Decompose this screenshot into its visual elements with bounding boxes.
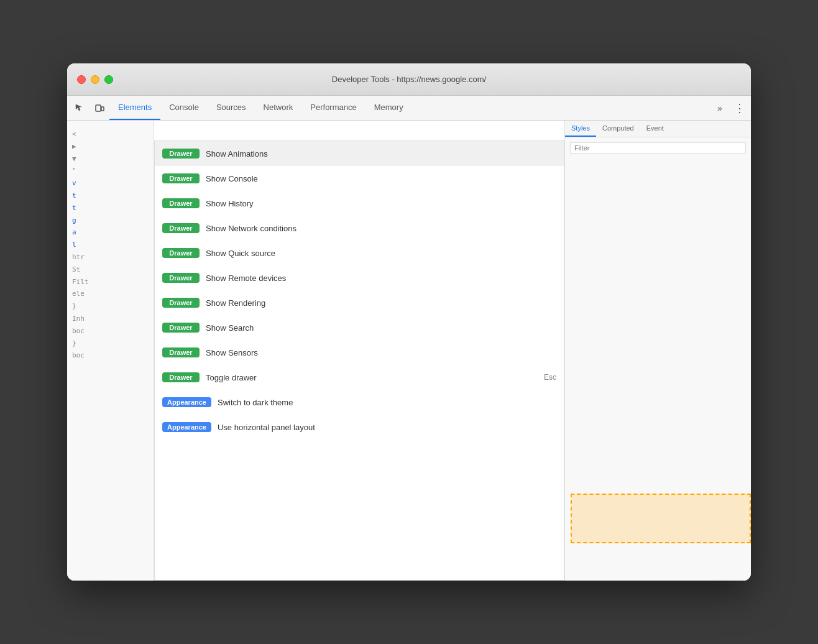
tab-list: Elements Console Sources Network Perform… (109, 96, 711, 120)
tab-styles[interactable]: Styles (565, 121, 596, 137)
element-line: a (72, 226, 149, 239)
tab-event-listeners[interactable]: Event (640, 121, 670, 137)
traffic-lights (77, 75, 113, 84)
command-item-shortcut: Esc (544, 373, 556, 382)
close-button[interactable] (77, 75, 86, 84)
command-badge-drawer: Drawer (162, 273, 200, 283)
element-preview (571, 494, 751, 543)
styles-content (565, 137, 751, 581)
element-line: < (72, 128, 149, 140)
command-list: DrawerShow AnimationsDrawerShow ConsoleD… (154, 141, 564, 581)
command-item[interactable]: DrawerShow Network conditions (155, 216, 564, 241)
command-badge-drawer: Drawer (162, 248, 200, 258)
command-item-label: Show History (206, 199, 556, 208)
inspect-element-button[interactable] (70, 98, 90, 118)
styles-filter-input[interactable] (570, 142, 746, 154)
command-palette: DrawerShow AnimationsDrawerShow ConsoleD… (154, 121, 564, 581)
styles-panel: Styles Computed Event (564, 121, 751, 581)
command-badge-drawer: Drawer (162, 173, 200, 183)
command-item[interactable]: AppearanceSwitch to dark theme (155, 390, 564, 415)
command-item-label: Switch to dark theme (218, 398, 556, 407)
command-badge-drawer: Drawer (162, 298, 200, 308)
command-item-label: Show Search (206, 323, 556, 333)
command-item[interactable]: DrawerShow Remote devices (155, 265, 564, 290)
element-line: ▶ (72, 140, 149, 153)
command-item[interactable]: AppearanceUse horizontal panel layout (155, 415, 564, 439)
command-badge-drawer: Drawer (162, 149, 200, 159)
command-item-label: Show Rendering (206, 298, 556, 308)
element-line: ▼ (72, 153, 149, 165)
tab-computed[interactable]: Computed (596, 121, 640, 137)
tab-performance[interactable]: Performance (301, 96, 365, 120)
command-item-label: Show Sensors (206, 348, 556, 357)
element-line: } (72, 338, 149, 350)
main-content-area: DrawerShow AnimationsDrawerShow ConsoleD… (154, 121, 564, 581)
command-item[interactable]: DrawerShow History (155, 191, 564, 216)
command-item[interactable]: DrawerShow Sensors (155, 340, 564, 365)
element-line: " (72, 165, 149, 177)
command-badge-appearance: Appearance (162, 422, 211, 432)
command-badge-appearance: Appearance (162, 397, 211, 407)
devtools-body: < ▶ ▼ " v t t g a l htr St Filt ele } In… (67, 121, 751, 581)
command-input-area (154, 121, 564, 141)
command-badge-drawer: Drawer (162, 372, 200, 382)
svg-rect-1 (101, 107, 104, 111)
minimize-button[interactable] (91, 75, 99, 84)
command-badge-drawer: Drawer (162, 223, 200, 233)
tab-elements[interactable]: Elements (109, 96, 160, 120)
element-line: boc (72, 325, 149, 338)
tab-console[interactable]: Console (160, 96, 208, 120)
element-line: } (72, 300, 149, 313)
element-line: v (72, 177, 149, 190)
command-item[interactable]: DrawerShow Quick source (155, 241, 564, 265)
command-item-label: Show Animations (206, 149, 556, 159)
element-line: htr (72, 251, 149, 264)
element-line: Inh (72, 313, 149, 325)
element-line: Filt (72, 276, 149, 288)
command-item-label: Toggle drawer (206, 373, 544, 382)
command-item-label: Show Console (206, 174, 556, 183)
more-tabs-button[interactable]: » (711, 99, 728, 117)
devtools-toolbar: Elements Console Sources Network Perform… (67, 96, 751, 121)
device-toolbar-button[interactable] (90, 98, 109, 118)
elements-panel: < ▶ ▼ " v t t g a l htr St Filt ele } In… (67, 121, 154, 581)
elements-tree: < ▶ ▼ " v t t g a l htr St Filt ele } In… (67, 126, 154, 364)
styles-tabs: Styles Computed Event (565, 121, 751, 137)
command-item[interactable]: DrawerToggle drawerEsc (155, 365, 564, 390)
command-item[interactable]: DrawerShow Search (155, 315, 564, 340)
command-item-label: Show Network conditions (206, 224, 556, 233)
element-line: t (72, 190, 149, 202)
command-item[interactable]: DrawerShow Rendering (155, 290, 564, 315)
element-line: g (72, 214, 149, 227)
command-search-input[interactable] (162, 126, 557, 136)
title-bar: Developer Tools - https://news.google.co… (67, 63, 751, 96)
command-item[interactable]: DrawerShow Console (155, 166, 564, 191)
svg-rect-0 (96, 105, 101, 111)
element-line: t (72, 202, 149, 214)
tab-memory[interactable]: Memory (365, 96, 412, 120)
command-item[interactable]: DrawerShow Animations (155, 141, 564, 166)
devtools-menu-button[interactable]: ⋮ (731, 99, 748, 117)
maximize-button[interactable] (104, 75, 113, 84)
tab-network[interactable]: Network (255, 96, 302, 120)
command-item-label: Show Quick source (206, 249, 556, 258)
element-line: boc (72, 349, 149, 362)
command-badge-drawer: Drawer (162, 323, 200, 333)
command-badge-drawer: Drawer (162, 198, 200, 208)
devtools-window: Developer Tools - https://news.google.co… (67, 63, 751, 581)
window-title: Developer Tools - https://news.google.co… (332, 75, 486, 84)
element-line: St (72, 264, 149, 276)
command-badge-drawer: Drawer (162, 347, 200, 357)
tab-sources[interactable]: Sources (208, 96, 255, 120)
command-item-label: Show Remote devices (206, 274, 556, 283)
element-line: ele (72, 288, 149, 300)
element-line: l (72, 239, 149, 251)
command-item-label: Use horizontal panel layout (218, 423, 556, 432)
